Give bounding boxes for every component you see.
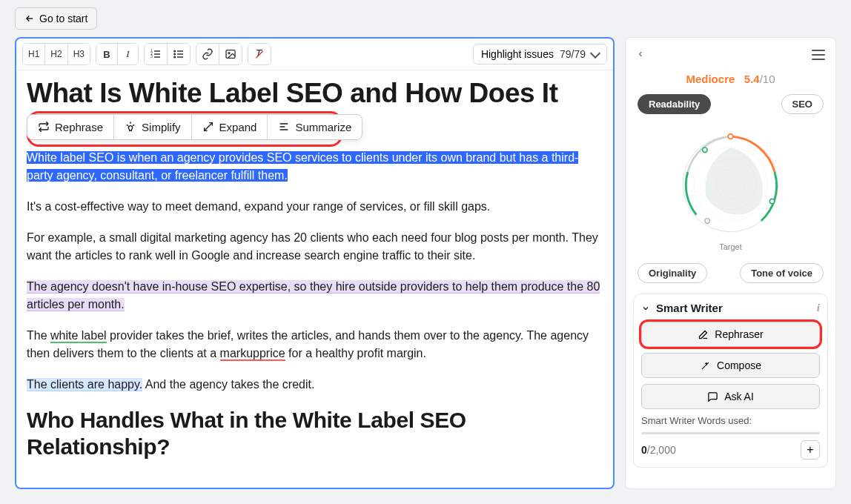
h2-label: H2 <box>50 49 62 59</box>
heading2-button[interactable]: H2 <box>44 44 67 64</box>
svg-text:3: 3 <box>150 55 153 59</box>
rephrase-label: Rephrase <box>55 121 103 133</box>
doc-title: What Is White Label SEO and How Does It <box>27 78 603 110</box>
rephrase-icon <box>38 121 50 133</box>
radar-svg <box>669 123 792 245</box>
words-used-label: Smart Writer Words used: <box>641 415 820 426</box>
summarize-label: Summarize <box>295 121 351 133</box>
ordered-list-icon: 123 <box>150 48 162 60</box>
words-count: 0/2,000 <box>641 444 676 456</box>
highlight-issues-dropdown[interactable]: Highlight issues 79/79 <box>473 44 607 64</box>
svg-point-14 <box>769 199 775 204</box>
highlight-issues-label: Highlight issues <box>481 48 554 60</box>
clear-format-icon <box>254 48 265 60</box>
expand-label: Expand <box>219 121 257 133</box>
originality-pill[interactable]: Originality <box>638 263 707 283</box>
radar-chart: Target <box>633 123 828 251</box>
smart-writer-title: Smart Writer <box>656 302 723 314</box>
editor-panel: H1 H2 H3 B I 123 <box>15 37 615 489</box>
compose-button[interactable]: Compose <box>641 353 820 378</box>
expand-icon <box>202 121 214 133</box>
summarize-button[interactable]: Summarize <box>267 115 362 139</box>
doc-body: White label SEO is when an agency provid… <box>27 149 603 460</box>
ordered-list-button[interactable]: 123 <box>145 44 167 64</box>
score-label: Mediocre <box>686 73 735 85</box>
info-icon[interactable]: i <box>817 302 820 314</box>
compose-label: Compose <box>717 359 761 371</box>
chat-icon <box>707 391 718 402</box>
bold-icon: B <box>103 49 110 60</box>
paragraph: The agency doesn't have in-house SEO exp… <box>27 278 603 314</box>
seo-pill[interactable]: SEO <box>781 94 824 114</box>
add-words-button[interactable]: + <box>801 440 820 460</box>
menu-button[interactable] <box>809 48 828 62</box>
unordered-list-icon <box>173 48 185 60</box>
simplify-icon <box>125 121 136 133</box>
paragraph: The clients are happy. And the agency ta… <box>27 376 603 394</box>
ask-ai-label: Ask AI <box>724 391 754 402</box>
highlight-issues-count: 79/79 <box>560 48 586 60</box>
simplify-button[interactable]: Simplify <box>113 115 191 139</box>
paragraph: White label SEO is when an agency provid… <box>27 149 603 185</box>
side-panel: Mediocre 5.4/10 Readability SEO <box>625 37 836 489</box>
svg-point-12 <box>728 134 733 139</box>
score-value: 5.4 <box>744 73 760 85</box>
bold-button[interactable]: B <box>96 44 117 64</box>
image-button[interactable] <box>219 44 242 64</box>
highlighted-text: The clients are happy. <box>27 378 142 391</box>
chevron-left-icon <box>636 50 645 59</box>
h3-label: H3 <box>73 49 85 59</box>
heading1-button[interactable]: H1 <box>23 44 44 64</box>
paragraph: For example, a small digital marketing a… <box>27 229 603 265</box>
ask-ai-button[interactable]: Ask AI <box>641 384 820 409</box>
score-display: Mediocre 5.4/10 <box>633 73 828 85</box>
edit-icon <box>698 329 709 340</box>
suggestion-text: white label <box>50 329 107 343</box>
svg-point-3 <box>174 50 176 52</box>
rephraser-button[interactable]: Rephraser <box>641 322 820 347</box>
unordered-list-button[interactable] <box>167 44 190 64</box>
tone-pill[interactable]: Tone of voice <box>740 263 824 283</box>
simplify-label: Simplify <box>142 121 181 133</box>
chevron-down-icon <box>590 47 600 58</box>
go-to-start-button[interactable]: Go to start <box>15 7 97 30</box>
go-to-start-label: Go to start <box>39 13 87 24</box>
image-icon <box>225 48 236 60</box>
target-label: Target <box>719 242 742 251</box>
svg-point-7 <box>228 53 230 54</box>
error-text: markupprice <box>220 347 285 361</box>
svg-point-4 <box>174 53 176 55</box>
arrow-left-icon <box>24 13 35 24</box>
selected-text: White label SEO is when an agency provid… <box>27 151 578 182</box>
readability-pill[interactable]: Readability <box>638 94 711 114</box>
rephrase-button[interactable]: Rephrase <box>27 115 113 139</box>
doc-heading2: Who Handles What in the White Label SEO … <box>27 407 603 460</box>
rephraser-label: Rephraser <box>715 328 763 340</box>
clear-format-button[interactable] <box>248 44 271 64</box>
svg-point-5 <box>174 56 176 58</box>
score-max: /10 <box>760 73 775 85</box>
paragraph: The white label provider takes the brief… <box>27 327 603 362</box>
selection-toolbar: Rephrase Simplify Expand Summarize <box>27 114 362 140</box>
words-progress-bar <box>641 432 820 434</box>
svg-point-13 <box>703 147 708 153</box>
h1-label: H1 <box>28 49 39 59</box>
svg-point-15 <box>705 219 710 224</box>
editor-content[interactable]: What Is White Label SEO and How Does It … <box>16 70 613 475</box>
editor-toolbar: H1 H2 H3 B I 123 <box>16 39 613 70</box>
link-button[interactable] <box>196 44 219 64</box>
collapse-panel-button[interactable] <box>633 45 648 64</box>
hamburger-icon <box>812 50 825 60</box>
expand-button[interactable]: Expand <box>191 115 268 139</box>
highlighted-text: The agency doesn't have in-house SEO exp… <box>27 280 600 311</box>
summarize-icon <box>278 121 290 133</box>
magic-icon <box>700 360 711 371</box>
paragraph: It's a cost-effective way to meet demand… <box>27 198 603 216</box>
italic-icon: I <box>126 48 129 60</box>
italic-button[interactable]: I <box>117 44 138 64</box>
heading3-button[interactable]: H3 <box>67 44 90 64</box>
smart-writer-card: Smart Writer i Rephraser Compose Ask AI … <box>633 294 828 468</box>
link-icon <box>202 48 213 60</box>
chevron-down-icon[interactable] <box>641 304 650 313</box>
